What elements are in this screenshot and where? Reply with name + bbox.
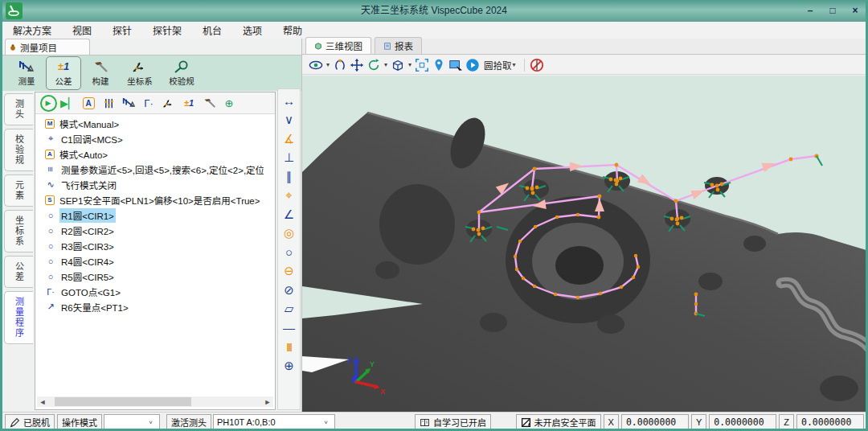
rotate-icon (366, 58, 381, 72)
tree-item-circle-r2[interactable]: ○R2圆<CIR2> (37, 223, 264, 238)
spin-caret-icon[interactable]: ▾ (384, 61, 387, 68)
tolerance-icon: ±1 (58, 60, 69, 73)
menu-probe-rack[interactable]: 探针架 (142, 23, 192, 37)
cube-icon (314, 42, 322, 50)
tree-item-safety-plane[interactable]: SSEP1安全平面<PLN1>偏移<10>是否启用<True> (37, 192, 264, 207)
tolerance-button[interactable]: ±1 公差 (46, 56, 81, 90)
gdt-concentricity-icon[interactable]: ◎ (284, 224, 294, 244)
tree-rows: M模式<Manual> ⌖C1回调<MCS> A模式<Auto> ≡测量参数逼近… (37, 116, 264, 389)
restore-button[interactable]: □ (822, 3, 843, 18)
gdt-roundness-icon[interactable]: ○ (285, 243, 293, 262)
run-button[interactable]: ▶ (39, 94, 58, 112)
coordinate-system-button[interactable]: 坐标系 (120, 56, 160, 90)
menu-solution[interactable]: 解决方案 (2, 23, 62, 37)
pencil-icon (10, 417, 20, 428)
gdt-straightness-icon[interactable]: ― (283, 318, 295, 338)
visibility-caret-icon[interactable]: ▾ (326, 61, 330, 68)
gdt-position-icon[interactable]: ⌖ (285, 187, 292, 206)
coord-z-value: 0.0000000 (796, 414, 864, 430)
gdt-cylindricity-icon[interactable]: ⊖ (284, 262, 294, 281)
gdt-perpendicularity-icon[interactable]: ⊥ (284, 149, 294, 168)
tree-item-measure-params[interactable]: ≡测量参数逼近<5>,回退<5>,搜索<6>,定位<2>,定位加<2>,测量 (37, 162, 264, 177)
probe-tool-button[interactable]: ⊕ (219, 94, 239, 112)
tab-measurement-project[interactable]: 测量项目 (5, 39, 90, 55)
zoom-fit-button[interactable] (415, 57, 429, 73)
tree-item-fly-mode[interactable]: ∿飞行模式关闭 (37, 177, 264, 192)
tab-tolerance[interactable]: 公差 (4, 256, 33, 288)
construct-button[interactable]: 构建 (83, 56, 118, 90)
gdt-symmetry-icon[interactable]: ||| (286, 338, 291, 357)
pan-view-button[interactable] (350, 57, 364, 73)
close-button[interactable]: × (845, 3, 866, 18)
cube-caret-icon[interactable]: ▾ (408, 61, 411, 68)
menu-options[interactable]: 选项 (232, 23, 272, 37)
measure-tool-button[interactable] (119, 94, 138, 112)
menu-view[interactable]: 视图 (62, 23, 102, 37)
coordinate-icon (162, 98, 175, 109)
tolerance-tool-button[interactable]: ±1 (179, 94, 199, 112)
menu-help[interactable]: 帮助 (272, 23, 313, 37)
project-icon (9, 43, 17, 51)
tab-3d-view[interactable]: 三维视图 (305, 37, 371, 54)
pick-caret-icon[interactable]: ▾ (513, 61, 516, 68)
gdt-angle-icon[interactable]: ∨ (285, 111, 293, 130)
tab-probe[interactable]: 测头 (4, 93, 33, 125)
parameters-button[interactable] (99, 94, 118, 112)
tab-coordinate[interactable]: 坐标系 (4, 210, 33, 252)
simulate-run-button[interactable] (465, 57, 480, 73)
circle-pick-dropdown[interactable]: 圆拾取 (484, 59, 512, 72)
coord-y-axis: Y (691, 414, 706, 430)
view-cube-button[interactable] (391, 57, 405, 73)
construct-tool-button[interactable] (199, 94, 219, 112)
tree-horizontal-scrollbar[interactable]: ◄► (37, 396, 273, 407)
tab-gauge[interactable]: 校验规 (4, 129, 33, 171)
label-mode-button[interactable]: A (79, 94, 98, 112)
step-run-button[interactable]: ▶▏ (59, 94, 78, 112)
tree-item-recall-mcs[interactable]: ⌖C1回调<MCS> (37, 131, 264, 146)
gdt-distance-icon[interactable]: ↔ (283, 92, 295, 111)
tree-item-circle-r5[interactable]: ○R5圆<CIR5> (37, 269, 264, 284)
goto-tool-button[interactable]: Γ· (139, 94, 158, 112)
operation-mode-select[interactable]: ˅ (104, 414, 160, 430)
menu-probe[interactable]: 探针 (102, 23, 142, 37)
axis-x-label: X (380, 388, 385, 396)
capture-view-button[interactable] (448, 57, 463, 73)
tab-measure-program[interactable]: 测量程序 (4, 291, 33, 344)
no-entry-icon (530, 58, 544, 72)
program-tree: ▶ ▶▏ A Γ· ±1 ⊕ M模式<Manual> ⌖C1回调<MCS> A模… (35, 92, 276, 410)
tree-item-mode-manual[interactable]: M模式<Manual> (37, 116, 264, 131)
locate-button[interactable] (432, 57, 446, 73)
gdt-profile-angle-icon[interactable]: ∡ (284, 129, 294, 149)
tree-item-mode-auto[interactable]: A模式<Auto> (37, 146, 264, 162)
measure-button[interactable]: 测量 (9, 56, 44, 90)
title-bar: 天准三坐标系统 VispecCube 2024 – □ × (2, 0, 866, 22)
rotate-view-button[interactable] (333, 57, 347, 73)
minimize-button[interactable]: – (800, 3, 821, 18)
play-circle-icon (465, 58, 480, 72)
gdt-true-position-icon[interactable]: ⊕ (284, 356, 294, 376)
book-icon (420, 417, 430, 428)
stop-probe-button[interactable] (530, 57, 544, 73)
tree-item-vector-point-pt1[interactable]: ↗R6矢量点<PT1> (37, 299, 264, 314)
gdt-flatness-icon[interactable]: ▱ (285, 300, 294, 319)
menu-machine[interactable]: 机台 (192, 23, 232, 37)
tree-toolbar: ▶ ▶▏ A Γ· ±1 ⊕ (35, 92, 275, 114)
gdt-runout-icon[interactable]: ⊘ (284, 281, 294, 300)
tab-report[interactable]: 报表 (375, 37, 422, 54)
coordinate-icon (132, 60, 148, 73)
gauge-check-button[interactable]: 校验规 (162, 56, 202, 90)
eye-icon (309, 58, 323, 72)
coordsys-tool-button[interactable] (159, 94, 178, 112)
tree-item-circle-r4[interactable]: ○R4圆<CIR4> (37, 253, 264, 269)
spin-view-button[interactable] (366, 57, 381, 73)
3d-viewport[interactable]: Z Y X (302, 76, 868, 412)
tree-item-circle-r1[interactable]: ○R1圆<CIR1> (37, 207, 264, 223)
visibility-button[interactable] (309, 57, 323, 73)
gdt-angularity-icon[interactable]: ∠ (284, 205, 294, 224)
tab-elements[interactable]: 元素 (4, 174, 33, 207)
active-probe-select[interactable]: PH10T A:0,B:0˅ (213, 414, 335, 430)
tree-item-circle-r3[interactable]: ○R3圆<CIR3> (37, 238, 264, 253)
gdt-parallelism-icon[interactable]: ∥ (286, 167, 293, 187)
offline-status: 已脱机 (5, 414, 55, 430)
tree-item-goto-g1[interactable]: Γ·GOTO点<G1> (37, 284, 264, 299)
